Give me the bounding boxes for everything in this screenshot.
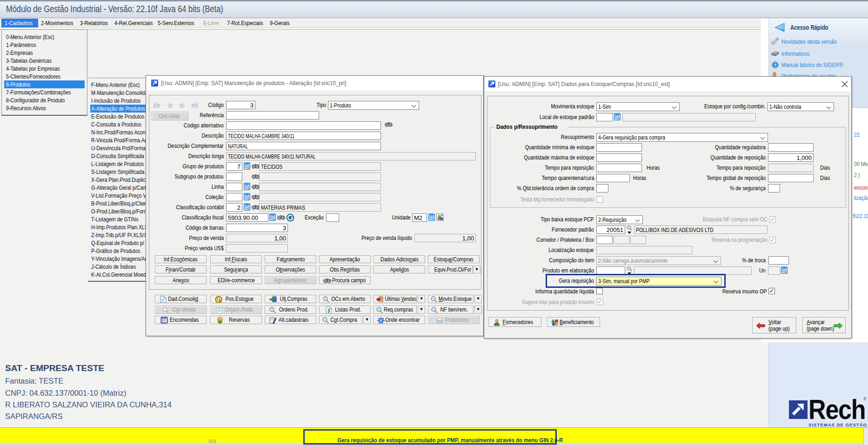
svg-text:?: ? — [774, 63, 777, 67]
